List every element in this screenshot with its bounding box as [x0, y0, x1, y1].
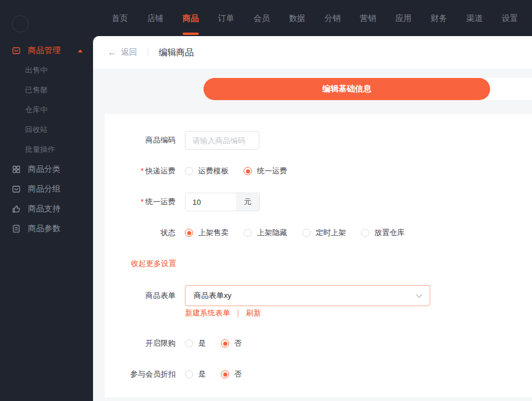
collapse-settings-row: 收起更多设置 — [105, 254, 532, 273]
nav-item-apps[interactable]: 应用 — [395, 0, 412, 36]
box-icon — [12, 46, 21, 55]
nav-item-shop[interactable]: 店铺 — [147, 0, 163, 36]
purchase-limit-row: 开启限购 是 否 — [105, 334, 532, 353]
nav-item-product[interactable]: 商品 — [183, 0, 199, 36]
status-row: 状态 上架售卖 上架隐藏 定时上架 放置仓库 — [105, 223, 532, 242]
nav-item-order[interactable]: 订单 — [218, 0, 234, 36]
product-form-select[interactable]: 商品表单xy — [185, 285, 430, 306]
flat-fee-input[interactable] — [185, 193, 236, 211]
status-scheduled-radio[interactable]: 定时上架 — [302, 228, 346, 238]
sidebar-item-label: 商品管理 — [28, 45, 60, 56]
sidebar-subitem-on-sale[interactable]: 出售中 — [0, 61, 93, 80]
select-value: 商品表单xy — [194, 290, 417, 301]
edit-basic-info-button[interactable]: 编辑基础信息 — [203, 78, 490, 100]
sidebar-subitem-recycle-bin[interactable]: 回收站 — [0, 120, 93, 140]
product-code-input[interactable] — [185, 131, 259, 150]
product-code-label: 商品编码 — [105, 135, 176, 146]
member-discount-row: 参与会员折扣 是 否 — [105, 365, 532, 384]
page-title: 编辑商品 — [159, 47, 194, 58]
refresh-link[interactable]: 刷新 — [246, 308, 261, 318]
sidebar-subitem-batch-operations[interactable]: 批量操作 — [0, 140, 93, 159]
flat-fee-input-group: 元 — [185, 193, 260, 211]
nav-item-home[interactable]: 首页 — [112, 0, 128, 36]
status-hidden-radio[interactable]: 上架隐藏 — [244, 228, 287, 238]
shipping-template-radio[interactable]: 运费模板 — [185, 166, 228, 176]
chevron-up-icon[interactable] — [78, 49, 83, 52]
grid-icon — [12, 165, 21, 174]
sidebar-item-product-group[interactable]: 商品分组 — [0, 179, 93, 199]
page-header: ← 返回 编辑商品 — [93, 36, 532, 69]
member-discount-yes-radio[interactable]: 是 — [185, 369, 206, 379]
link-divider — [238, 310, 238, 317]
header-divider — [148, 48, 148, 56]
back-button[interactable]: ← 返回 — [108, 47, 137, 58]
sidebar-item-product-category[interactable]: 商品分类 — [0, 159, 93, 179]
nav-item-marketing[interactable]: 营销 — [360, 0, 376, 36]
flat-shipping-radio[interactable]: 统一运费 — [244, 166, 287, 176]
create-system-form-link[interactable]: 新建系统表单 — [185, 308, 230, 318]
nav-item-member[interactable]: 会员 — [253, 0, 270, 36]
back-label: 返回 — [121, 47, 137, 58]
form-panel: 商品编码 *快递运费 运费模板 统一运费 *统一运费 — [105, 114, 532, 398]
purchase-limit-yes-radio[interactable]: 是 — [185, 338, 206, 349]
nav-item-settings[interactable]: 设置 — [502, 0, 518, 36]
product-code-row: 商品编码 — [105, 131, 532, 150]
radio-checked-icon — [244, 167, 252, 175]
radio-checked-icon — [221, 339, 229, 347]
document-icon — [12, 224, 21, 233]
status-label: 状态 — [105, 228, 176, 238]
shipping-fee-label: *快递运费 — [105, 166, 176, 176]
sidebar-item-label: 商品支持 — [28, 204, 60, 214]
nav-item-finance[interactable]: 财务 — [431, 0, 447, 36]
sidebar-item-label: 商品参数 — [28, 223, 60, 234]
required-asterisk: * — [141, 166, 144, 175]
sidebar-subitem-sold-out[interactable]: 已售罄 — [0, 80, 93, 100]
product-form-row: 商品表单 商品表单xy — [105, 285, 532, 306]
logo — [12, 15, 29, 33]
radio-unchecked-icon — [185, 339, 193, 347]
status-on-sale-radio[interactable]: 上架售卖 — [185, 228, 228, 238]
sidebar-item-label: 商品分类 — [28, 164, 60, 175]
flat-fee-label: *统一运费 — [105, 197, 176, 207]
radio-checked-icon — [185, 229, 193, 237]
flat-fee-row: *统一运费 元 — [105, 193, 532, 211]
top-nav: 首页 店铺 商品 订单 会员 数据 分销 营销 应用 财务 渠道 设置 — [0, 0, 532, 36]
sidebar: 商品管理 出售中 已售罄 仓库中 回收站 批量操作 商品分类 商品分组 — [0, 36, 93, 401]
nav-item-data[interactable]: 数据 — [289, 0, 305, 36]
radio-unchecked-icon — [361, 229, 369, 237]
collapse-settings-link[interactable]: 收起更多设置 — [131, 258, 176, 269]
status-warehouse-radio[interactable]: 放置仓库 — [361, 228, 405, 238]
radio-unchecked-icon — [244, 229, 252, 237]
sidebar-item-product-management[interactable]: 商品管理 — [0, 41, 93, 61]
sidebar-item-product-params[interactable]: 商品参数 — [0, 219, 93, 239]
radio-checked-icon — [221, 370, 229, 378]
purchase-limit-no-radio[interactable]: 否 — [221, 338, 242, 349]
shipping-fee-row: *快递运费 运费模板 统一运费 — [105, 162, 532, 180]
sidebar-subitem-in-warehouse[interactable]: 仓库中 — [0, 100, 93, 120]
nav-items: 首页 店铺 商品 订单 会员 数据 分销 营销 应用 财务 渠道 设置 — [112, 0, 518, 36]
radio-unchecked-icon — [185, 370, 193, 378]
box-icon — [12, 184, 21, 194]
thumbs-up-icon — [12, 204, 21, 214]
radio-unchecked-icon — [185, 167, 193, 175]
arrow-left-icon: ← — [108, 48, 117, 57]
required-asterisk: * — [141, 197, 144, 206]
member-discount-label: 参与会员折扣 — [105, 369, 176, 379]
nav-item-channel[interactable]: 渠道 — [466, 0, 483, 36]
product-form-label: 商品表单 — [105, 290, 176, 301]
main-content: ← 返回 编辑商品 编辑基础信息 商品编码 *快递运费 运费模板 — [93, 36, 532, 401]
form-links-row: 新建系统表单 刷新 — [105, 307, 532, 319]
member-discount-no-radio[interactable]: 否 — [221, 369, 242, 379]
chevron-down-icon — [416, 291, 422, 297]
purchase-limit-label: 开启限购 — [105, 338, 176, 349]
fee-unit-addon: 元 — [236, 193, 259, 211]
sidebar-item-label: 商品分组 — [28, 184, 60, 194]
radio-unchecked-icon — [302, 229, 310, 237]
sidebar-item-product-support[interactable]: 商品支持 — [0, 199, 93, 219]
nav-item-distribution[interactable]: 分销 — [324, 0, 341, 36]
